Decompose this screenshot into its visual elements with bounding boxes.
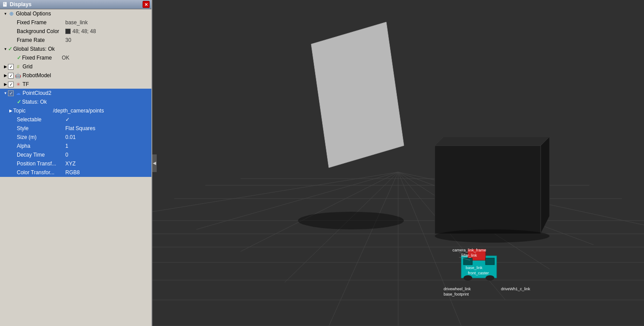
expander-robotmodel[interactable]: ▶ <box>3 73 8 78</box>
fixed-frame-status-value: OK <box>62 55 151 61</box>
color-transform-value: RGB8 <box>65 169 151 176</box>
checkbox-pointcloud2[interactable]: ✓ <box>8 90 14 96</box>
selectable-label: Selectable <box>17 116 65 123</box>
tree-row[interactable]: ▾ ⊕ Global Options <box>0 9 151 18</box>
expander-fixed-frame <box>11 20 17 25</box>
pos-transform-label: Position Transf... <box>17 161 65 167</box>
checkbox-grid[interactable]: ✓ <box>8 64 14 70</box>
style-value: Flat Squares <box>65 125 151 131</box>
robot-icon: 🤖 <box>15 72 22 79</box>
color-transform-label: Color Transfor... <box>17 169 65 176</box>
expander-pointcloud2[interactable]: ▾ <box>3 90 8 96</box>
svg-text:front_caster: front_caster <box>468 271 489 275</box>
decay-label: Decay Time <box>17 152 65 158</box>
svg-marker-25 <box>541 137 550 234</box>
tree-row[interactable]: ▾ ✓ Global Status: Ok <box>0 45 151 53</box>
panel-icon: 🖥 <box>2 1 8 8</box>
tree-row[interactable]: ▶ ✓ # Grid <box>0 62 151 71</box>
expander-bg <box>11 29 17 34</box>
expander-global-status[interactable]: ▾ <box>3 46 8 52</box>
tree-row[interactable]: Alpha 1 <box>0 142 151 150</box>
panel-title-bar: 🖥 Displays ✕ <box>0 0 151 9</box>
displays-panel: 🖥 Displays ✕ ▾ ⊕ Global Options Fixed Fr… <box>0 0 152 326</box>
size-value: 0.01 <box>65 134 151 140</box>
svg-point-32 <box>463 275 472 281</box>
svg-marker-24 <box>435 137 550 146</box>
svg-rect-31 <box>486 258 494 265</box>
close-button[interactable]: ✕ <box>143 1 150 8</box>
checkbox-tf[interactable]: ✓ <box>8 82 14 87</box>
tree-row[interactable]: Style Flat Squares <box>0 124 151 133</box>
check-status: ✓ <box>17 99 21 105</box>
global-status-label: Global Status: Ok <box>13 46 57 52</box>
globe-icon: ⊕ <box>8 10 15 17</box>
expander-style <box>11 126 17 131</box>
fixed-frame-value: base_link <box>65 19 151 26</box>
tree-row[interactable]: ▾ ✓ ☁ PointCloud2 <box>0 89 151 97</box>
svg-point-33 <box>486 275 494 281</box>
background-color-label: Background Color <box>17 28 65 34</box>
3d-scene-canvas: camera_link_frame lidar_link base_link f… <box>152 0 644 326</box>
expander-tf[interactable]: ▶ <box>3 82 8 87</box>
fixed-frame-label: Fixed Frame <box>17 19 65 26</box>
check-global-status: ✓ <box>8 46 12 52</box>
grid-label: Grid <box>23 64 67 70</box>
robotmodel-label: RobotModel <box>23 72 67 79</box>
tree-row[interactable]: ✓ Status: Ok <box>0 97 151 106</box>
tree-row[interactable]: Fixed Frame base_link <box>0 18 151 27</box>
svg-text:base_footprint: base_footprint <box>444 292 469 296</box>
tree-container: ▾ ⊕ Global Options Fixed Frame base_link… <box>0 9 151 326</box>
background-color-value: 48; 48; 48 <box>72 28 151 34</box>
expander-color <box>11 170 17 175</box>
alpha-label: Alpha <box>17 143 65 149</box>
tree-row[interactable]: Background Color 48; 48; 48 <box>0 27 151 36</box>
size-label: Size (m) <box>17 134 65 140</box>
alpha-value: 1 <box>65 143 151 149</box>
expander-ff-status <box>11 55 17 60</box>
svg-point-26 <box>298 212 404 229</box>
tree-row[interactable]: ▶ Topic /depth_camera/points <box>0 106 151 115</box>
svg-rect-23 <box>435 146 541 234</box>
tree-row[interactable]: Color Transfor... RGB8 <box>0 168 151 177</box>
tree-row[interactable]: ✓ Fixed Frame OK <box>0 53 151 62</box>
svg-text:base_link: base_link <box>466 266 483 270</box>
expander-status <box>11 99 17 105</box>
svg-text:drivewheel_link: drivewheel_link <box>444 287 471 291</box>
tree-row[interactable]: Decay Time 0 <box>0 150 151 159</box>
style-label: Style <box>17 125 65 131</box>
tree-row[interactable]: ▶ ✓ ✳ TF <box>0 80 151 89</box>
frame-rate-value: 30 <box>65 37 151 43</box>
tf-label: TF <box>23 81 67 87</box>
expander-decay <box>11 152 17 157</box>
panel-title: Displays <box>10 1 31 7</box>
tf-icon: ✳ <box>15 81 22 88</box>
tree-row[interactable]: Size (m) 0.01 <box>0 133 151 142</box>
expander-framerate <box>11 37 17 43</box>
selectable-value: ✓ <box>65 116 151 123</box>
expander-grid[interactable]: ▶ <box>3 64 8 69</box>
checkbox-robotmodel[interactable]: ✓ <box>8 73 14 79</box>
expander-selectable <box>11 117 17 122</box>
topic-label: Topic <box>13 108 53 114</box>
fixed-frame-status-label: Fixed Frame <box>22 55 62 61</box>
expander-size <box>11 135 17 140</box>
pos-transform-value: XYZ <box>65 161 151 167</box>
check-ff-status: ✓ <box>17 55 21 61</box>
svg-point-27 <box>435 229 550 243</box>
tree-row[interactable]: ▶ ✓ 🤖 RobotModel <box>0 71 151 80</box>
tree-row[interactable]: Frame Rate 30 <box>0 36 151 45</box>
tree-row[interactable]: Selectable ✓ <box>0 115 151 124</box>
expander-topic[interactable]: ▶ <box>8 108 13 113</box>
3d-viewport[interactable]: camera_link_frame lidar_link base_link f… <box>152 0 644 326</box>
svg-text:driveWh1_c_link: driveWh1_c_link <box>501 287 531 291</box>
color-swatch[interactable] <box>65 29 71 34</box>
expander-global-options[interactable]: ▾ <box>3 11 8 16</box>
expander-alpha <box>11 143 17 149</box>
topic-value: /depth_camera/points <box>53 108 151 114</box>
frame-rate-label: Frame Rate <box>17 37 65 43</box>
panel-collapse-handle[interactable]: ◀ <box>152 154 157 172</box>
tree-row[interactable]: Position Transf... XYZ <box>0 159 151 168</box>
global-options-label: Global Options <box>16 11 60 17</box>
decay-value: 0 <box>65 152 151 158</box>
svg-rect-30 <box>463 258 472 265</box>
